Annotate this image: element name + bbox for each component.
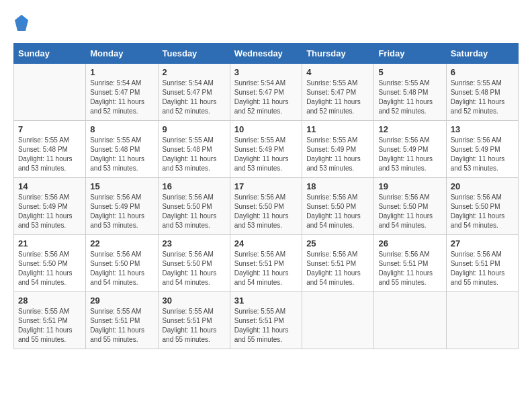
calendar-cell: 19Sunrise: 5:56 AM Sunset: 5:50 PM Dayli…	[374, 178, 446, 235]
day-number: 12	[378, 124, 441, 134]
day-info: Sunrise: 5:56 AM Sunset: 5:50 PM Dayligh…	[378, 193, 441, 230]
day-info: Sunrise: 5:55 AM Sunset: 5:47 PM Dayligh…	[306, 79, 369, 116]
day-info: Sunrise: 5:55 AM Sunset: 5:49 PM Dayligh…	[234, 136, 298, 173]
day-number: 2	[163, 67, 226, 77]
day-number: 13	[451, 124, 514, 134]
day-info: Sunrise: 5:55 AM Sunset: 5:49 PM Dayligh…	[306, 136, 369, 173]
weekday-header-thursday: Thursday	[302, 44, 374, 64]
calendar-cell: 9Sunrise: 5:55 AM Sunset: 5:48 PM Daylig…	[158, 121, 230, 178]
calendar-cell: 30Sunrise: 5:55 AM Sunset: 5:51 PM Dayli…	[158, 292, 230, 349]
day-number: 11	[306, 124, 369, 134]
page-header	[13, 13, 519, 32]
weekday-header-friday: Friday	[374, 44, 446, 64]
weekday-header-saturday: Saturday	[446, 44, 518, 64]
day-info: Sunrise: 5:55 AM Sunset: 5:51 PM Dayligh…	[234, 307, 298, 345]
day-info: Sunrise: 5:56 AM Sunset: 5:51 PM Dayligh…	[451, 250, 514, 287]
weekday-header-wednesday: Wednesday	[230, 44, 302, 64]
day-number: 23	[163, 238, 226, 248]
calendar-cell	[14, 64, 86, 121]
day-number: 15	[90, 181, 153, 191]
calendar-week-3: 14Sunrise: 5:56 AM Sunset: 5:49 PM Dayli…	[14, 178, 519, 235]
calendar-week-4: 21Sunrise: 5:56 AM Sunset: 5:50 PM Dayli…	[14, 235, 519, 292]
day-info: Sunrise: 5:54 AM Sunset: 5:47 PM Dayligh…	[163, 79, 226, 116]
day-info: Sunrise: 5:56 AM Sunset: 5:50 PM Dayligh…	[451, 193, 514, 230]
day-number: 25	[306, 238, 369, 248]
calendar-cell: 3Sunrise: 5:54 AM Sunset: 5:47 PM Daylig…	[230, 64, 302, 121]
calendar-cell: 2Sunrise: 5:54 AM Sunset: 5:47 PM Daylig…	[158, 64, 230, 121]
calendar-cell: 6Sunrise: 5:55 AM Sunset: 5:48 PM Daylig…	[446, 64, 518, 121]
day-number: 30	[163, 295, 226, 306]
calendar-cell: 29Sunrise: 5:55 AM Sunset: 5:51 PM Dayli…	[86, 292, 158, 349]
calendar-week-1: 1Sunrise: 5:54 AM Sunset: 5:47 PM Daylig…	[14, 64, 519, 121]
day-number: 9	[163, 124, 226, 134]
calendar-cell: 11Sunrise: 5:55 AM Sunset: 5:49 PM Dayli…	[302, 121, 374, 178]
day-number: 24	[234, 238, 298, 248]
day-info: Sunrise: 5:54 AM Sunset: 5:47 PM Dayligh…	[90, 79, 153, 116]
day-number: 10	[234, 124, 298, 134]
day-info: Sunrise: 5:56 AM Sunset: 5:50 PM Dayligh…	[90, 250, 153, 287]
calendar-table: SundayMondayTuesdayWednesdayThursdayFrid…	[13, 43, 519, 349]
calendar-cell: 1Sunrise: 5:54 AM Sunset: 5:47 PM Daylig…	[86, 64, 158, 121]
day-info: Sunrise: 5:56 AM Sunset: 5:49 PM Dayligh…	[90, 193, 153, 230]
calendar-cell: 4Sunrise: 5:55 AM Sunset: 5:47 PM Daylig…	[302, 64, 374, 121]
calendar-cell: 20Sunrise: 5:56 AM Sunset: 5:50 PM Dayli…	[446, 178, 518, 235]
day-info: Sunrise: 5:56 AM Sunset: 5:49 PM Dayligh…	[18, 193, 81, 230]
calendar-cell: 31Sunrise: 5:55 AM Sunset: 5:51 PM Dayli…	[230, 292, 302, 349]
day-number: 1	[90, 67, 153, 77]
day-info: Sunrise: 5:55 AM Sunset: 5:51 PM Dayligh…	[90, 307, 153, 345]
calendar-header: SundayMondayTuesdayWednesdayThursdayFrid…	[14, 44, 519, 64]
day-info: Sunrise: 5:56 AM Sunset: 5:49 PM Dayligh…	[451, 136, 514, 173]
day-info: Sunrise: 5:55 AM Sunset: 5:48 PM Dayligh…	[90, 136, 153, 173]
calendar-cell: 24Sunrise: 5:56 AM Sunset: 5:51 PM Dayli…	[230, 235, 302, 292]
day-info: Sunrise: 5:56 AM Sunset: 5:51 PM Dayligh…	[306, 250, 369, 287]
day-number: 5	[378, 67, 441, 77]
calendar-cell: 16Sunrise: 5:56 AM Sunset: 5:50 PM Dayli…	[158, 178, 230, 235]
day-number: 7	[18, 124, 81, 134]
day-info: Sunrise: 5:54 AM Sunset: 5:47 PM Dayligh…	[234, 79, 298, 116]
day-info: Sunrise: 5:56 AM Sunset: 5:50 PM Dayligh…	[18, 250, 81, 287]
calendar-cell: 18Sunrise: 5:56 AM Sunset: 5:50 PM Dayli…	[302, 178, 374, 235]
day-number: 26	[378, 238, 441, 248]
calendar-cell: 25Sunrise: 5:56 AM Sunset: 5:51 PM Dayli…	[302, 235, 374, 292]
calendar-cell: 21Sunrise: 5:56 AM Sunset: 5:50 PM Dayli…	[14, 235, 86, 292]
day-info: Sunrise: 5:56 AM Sunset: 5:51 PM Dayligh…	[378, 250, 441, 287]
calendar-cell: 15Sunrise: 5:56 AM Sunset: 5:49 PM Dayli…	[86, 178, 158, 235]
calendar-cell	[302, 292, 374, 349]
calendar-cell: 8Sunrise: 5:55 AM Sunset: 5:48 PM Daylig…	[86, 121, 158, 178]
day-number: 29	[90, 295, 153, 306]
day-info: Sunrise: 5:55 AM Sunset: 5:48 PM Dayligh…	[378, 79, 441, 116]
day-info: Sunrise: 5:55 AM Sunset: 5:48 PM Dayligh…	[451, 79, 514, 116]
weekday-header-tuesday: Tuesday	[158, 44, 230, 64]
calendar-cell: 12Sunrise: 5:56 AM Sunset: 5:49 PM Dayli…	[374, 121, 446, 178]
day-info: Sunrise: 5:55 AM Sunset: 5:48 PM Dayligh…	[18, 136, 81, 173]
day-info: Sunrise: 5:55 AM Sunset: 5:48 PM Dayligh…	[163, 136, 226, 173]
calendar-cell	[374, 292, 446, 349]
calendar-cell: 13Sunrise: 5:56 AM Sunset: 5:49 PM Dayli…	[446, 121, 518, 178]
calendar-cell: 27Sunrise: 5:56 AM Sunset: 5:51 PM Dayli…	[446, 235, 518, 292]
day-info: Sunrise: 5:56 AM Sunset: 5:50 PM Dayligh…	[306, 193, 369, 230]
day-info: Sunrise: 5:56 AM Sunset: 5:51 PM Dayligh…	[234, 250, 298, 287]
calendar-body: 1Sunrise: 5:54 AM Sunset: 5:47 PM Daylig…	[14, 64, 519, 349]
calendar-cell: 5Sunrise: 5:55 AM Sunset: 5:48 PM Daylig…	[374, 64, 446, 121]
logo	[13, 13, 32, 32]
calendar-cell	[446, 292, 518, 349]
calendar-cell: 28Sunrise: 5:55 AM Sunset: 5:51 PM Dayli…	[14, 292, 86, 349]
day-info: Sunrise: 5:56 AM Sunset: 5:49 PM Dayligh…	[378, 136, 441, 173]
day-info: Sunrise: 5:55 AM Sunset: 5:51 PM Dayligh…	[163, 307, 226, 345]
day-number: 20	[451, 181, 514, 191]
calendar-week-2: 7Sunrise: 5:55 AM Sunset: 5:48 PM Daylig…	[14, 121, 519, 178]
day-number: 31	[234, 295, 298, 306]
day-number: 27	[451, 238, 514, 248]
day-info: Sunrise: 5:55 AM Sunset: 5:51 PM Dayligh…	[18, 307, 81, 345]
logo-icon	[13, 13, 30, 32]
day-number: 18	[306, 181, 369, 191]
calendar-cell: 7Sunrise: 5:55 AM Sunset: 5:48 PM Daylig…	[14, 121, 86, 178]
calendar-week-5: 28Sunrise: 5:55 AM Sunset: 5:51 PM Dayli…	[14, 292, 519, 349]
calendar-cell: 17Sunrise: 5:56 AM Sunset: 5:50 PM Dayli…	[230, 178, 302, 235]
day-number: 14	[18, 181, 81, 191]
day-number: 19	[378, 181, 441, 191]
calendar-cell: 22Sunrise: 5:56 AM Sunset: 5:50 PM Dayli…	[86, 235, 158, 292]
calendar-cell: 23Sunrise: 5:56 AM Sunset: 5:50 PM Dayli…	[158, 235, 230, 292]
weekday-row: SundayMondayTuesdayWednesdayThursdayFrid…	[14, 44, 519, 64]
day-number: 16	[163, 181, 226, 191]
